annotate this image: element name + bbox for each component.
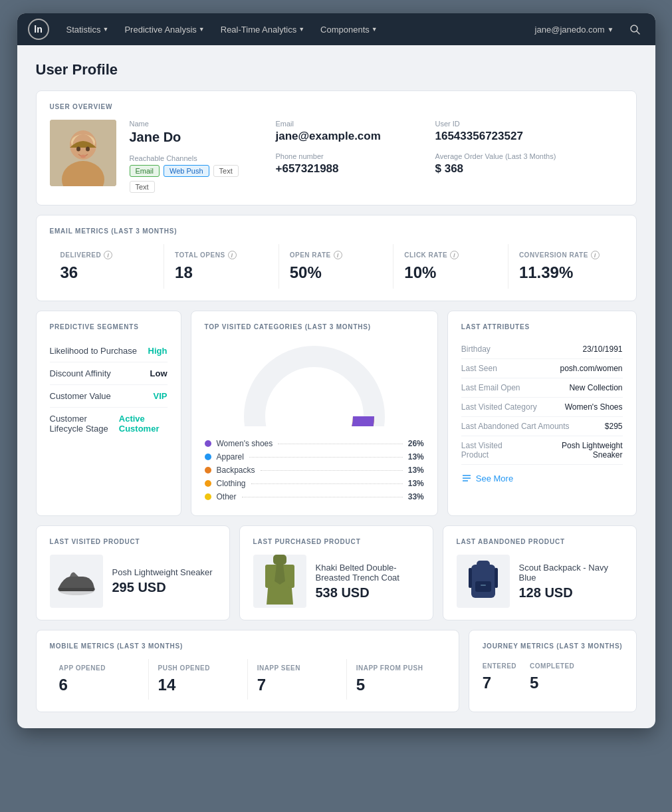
attr-last-seen: Last Seen posh.com/women: [461, 359, 623, 378]
products-row: LAST VISITED PRODUCT Posh Lightweight Sn…: [36, 525, 637, 620]
last-abandoned-title: LAST ABANDONED PRODUCT: [457, 538, 623, 545]
user-overview-body: Name Jane Do Reachable Channels Email We…: [50, 120, 623, 193]
last-visited-product-card: LAST VISITED PRODUCT Posh Lightweight Sn…: [36, 525, 230, 620]
user-overview-card: USER OVERVIEW: [36, 90, 637, 205]
channels-row: Email Web Push Text Text: [130, 165, 263, 193]
bottom-row: MOBILE METRICS (LAST 3 MONTHS) APP OPENE…: [36, 630, 637, 712]
info-icon-opens[interactable]: i: [228, 251, 237, 259]
last-purchased-img: [253, 555, 306, 608]
svg-point-8: [86, 147, 90, 152]
svg-rect-26: [477, 561, 490, 567]
nav-logo[interactable]: ln: [28, 19, 49, 40]
metric-total-opens: TOTAL OPENS i 18: [164, 244, 279, 289]
user-email-block: Email jane@example.com: [276, 120, 422, 143]
legend-dot-other: [205, 493, 211, 500]
metric-delivered: DELIVERED i 36: [50, 244, 165, 289]
last-purchased-product-card: LAST PURCHASED PRODUCT Khaki Bel: [239, 525, 433, 620]
last-abandoned-product-card: LAST ABANDONED PRODUCT: [443, 525, 637, 620]
search-icon[interactable]: [625, 19, 645, 39]
nav-components[interactable]: Components ▼: [314, 22, 384, 37]
legend-backpacks: Backpacks 13%: [205, 464, 424, 477]
donut-chart: [241, 340, 388, 426]
metric-push-opened: PUSH OPENED 14: [149, 659, 248, 700]
attr-last-visited-product: Last Visited Product Posh Lightweight Sn…: [461, 436, 623, 465]
last-purchased-inner: Khaki Belted Double-Breasted Trench Coat…: [253, 555, 419, 608]
nav-realtime-analytics[interactable]: Real-Time Analytics ▼: [214, 22, 311, 37]
user-id-block: User ID 16543356723527: [435, 120, 623, 143]
segment-discount: Discount Affinity Low: [50, 362, 168, 385]
attr-last-visited-category: Last Visited Category Women's Shoes: [461, 398, 623, 417]
predictive-title: PREDICTIVE SEGMENTS: [50, 323, 168, 331]
nav-user-menu[interactable]: jane@janedo.com ▼: [535, 25, 614, 35]
channel-text1: Text: [213, 165, 239, 177]
email-metrics-title: EMAIL METRICS (LAST 3 MONTHS): [50, 227, 623, 235]
metric-open-rate: OPEN RATE i 50%: [279, 244, 394, 289]
svg-rect-24: [288, 565, 294, 588]
last-visited-info: Posh Lightweight Sneaker 295 USD: [112, 567, 213, 595]
mobile-metrics-title: MOBILE METRICS (LAST 3 MONTHS): [50, 642, 445, 650]
segment-likelihood: Likelihood to Purchase High: [50, 340, 168, 362]
last-visited-inner: Posh Lightweight Sneaker 295 USD: [50, 555, 216, 608]
mobile-metrics-card: MOBILE METRICS (LAST 3 MONTHS) APP OPENE…: [36, 630, 459, 712]
svg-line-1: [637, 31, 639, 34]
metric-conversion-rate: CONVERSION RATE i 11.39%: [508, 244, 623, 289]
last-abandoned-info: Scout Backpack - Navy Blue 128 USD: [519, 563, 623, 601]
svg-rect-30: [495, 568, 498, 588]
metric-entered: ENTERED 7: [483, 659, 516, 692]
chart-container: Women's shoes 26% Apparel 13%: [205, 340, 424, 503]
legend-dot-backpacks: [205, 467, 211, 474]
legend-apparel: Apparel 13%: [205, 450, 424, 464]
user-aov-block: Average Order Value (Last 3 Months) $ 36…: [435, 152, 623, 176]
metric-click-rate: CLICK RATE i 10%: [393, 244, 508, 289]
channel-webpush: Web Push: [164, 165, 209, 177]
attr-last-email-open: Last Email Open New Collection: [461, 378, 623, 398]
last-visited-title: LAST VISITED PRODUCT: [50, 538, 216, 545]
navbar: ln Statistics ▼ Predictive Analysis ▼ Re…: [17, 13, 655, 45]
user-name-block: Name Jane Do: [130, 120, 263, 145]
svg-rect-23: [265, 565, 272, 588]
top-categories-title: TOP VISITED CATEGORIES (LAST 3 MONTHS): [205, 323, 424, 331]
journey-metrics-grid: ENTERED 7 COMPLETED 5: [483, 659, 623, 692]
metric-inapp-from-push: INAPP FROM PUSH 5: [347, 659, 445, 700]
legend-womens-shoes: Women's shoes 26%: [205, 437, 424, 450]
last-purchased-title: LAST PURCHASED PRODUCT: [253, 538, 419, 545]
info-icon-conversion[interactable]: i: [591, 251, 600, 259]
user-info-grid: Name Jane Do Reachable Channels Email We…: [130, 120, 623, 193]
last-visited-img: [50, 555, 103, 608]
journey-metrics-card: JOURNEY METRICS (LAST 3 MONTHS) ENTERED …: [469, 630, 637, 712]
attr-birthday: Birthday 23/10/1991: [461, 340, 623, 359]
svg-point-17: [277, 379, 352, 426]
svg-rect-28: [481, 585, 486, 586]
metric-completed: COMPLETED 5: [530, 659, 574, 692]
metric-inapp-seen: INAPP SEEN 7: [248, 659, 347, 700]
email-metrics-card: EMAIL METRICS (LAST 3 MONTHS) DELIVERED …: [36, 215, 637, 301]
main-content: User Profile USER OVERVIEW: [17, 45, 655, 728]
legend-dot-apparel: [205, 454, 211, 460]
predictive-segments-card: PREDICTIVE SEGMENTS Likelihood to Purcha…: [36, 311, 181, 516]
legend-clothing: Clothing 13%: [205, 477, 424, 490]
svg-rect-27: [475, 581, 491, 592]
three-col-row: PREDICTIVE SEGMENTS Likelihood to Purcha…: [36, 311, 637, 516]
legend-items: Women's shoes 26% Apparel 13%: [205, 437, 424, 503]
page-title: User Profile: [36, 61, 637, 78]
legend-other: Other 33%: [205, 490, 424, 503]
user-phone-block: Phone number +657321988: [276, 152, 422, 176]
last-purchased-info: Khaki Belted Double-Breasted Trench Coat…: [316, 563, 419, 601]
segment-customer-value: Customer Value VIP: [50, 385, 168, 408]
last-attributes-title: LAST ATTRIBUTES: [461, 323, 623, 331]
last-attributes-card: LAST ATTRIBUTES Birthday 23/10/1991 Last…: [447, 311, 637, 516]
info-icon-delivered[interactable]: i: [104, 251, 112, 259]
segment-lifecycle: Customer Lifecycle Stage Active Customer: [50, 408, 168, 440]
channel-email: Email: [130, 165, 160, 177]
metric-app-opened: APP OPENED 6: [50, 659, 149, 700]
info-icon-open-rate[interactable]: i: [334, 251, 342, 259]
attr-last-cart-amounts: Last Abandoned Cart Amounts $295: [461, 417, 623, 436]
channel-text2: Text: [130, 181, 155, 193]
avatar: [50, 120, 116, 186]
svg-point-9: [80, 155, 86, 158]
see-more-button[interactable]: See More: [461, 473, 623, 483]
info-icon-click-rate[interactable]: i: [450, 251, 459, 259]
nav-statistics[interactable]: Statistics ▼: [60, 22, 116, 37]
nav-predictive-analysis[interactable]: Predictive Analysis ▼: [118, 22, 211, 37]
last-abandoned-inner: Scout Backpack - Navy Blue 128 USD: [457, 555, 623, 608]
